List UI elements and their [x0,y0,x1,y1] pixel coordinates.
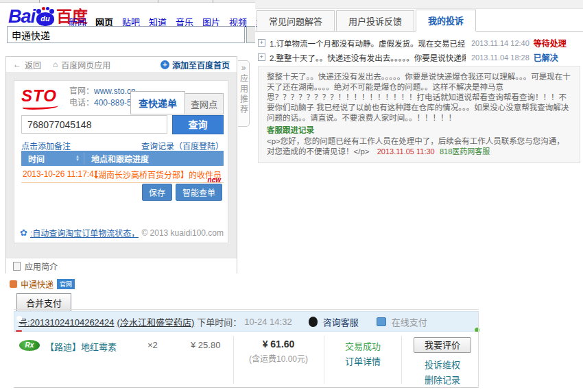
tab-my-complaints[interactable]: 我的投诉 [416,10,476,32]
search-button-fragment[interactable] [246,26,255,43]
sto-tabs: 查快递单 查网点 [130,91,224,114]
panel-top-strip [255,0,583,9]
sto-favicon [10,280,17,288]
complaint-detail-box: 整整十天了。。快递还没有发出去。。。。。你要是说快递爆仓我还可以理解。。。可是现… [258,66,580,163]
order-detail-link[interactable]: 订单详情 [324,354,401,367]
complaints-list: + 1.订单物流一个月都没有动静。虚假发货。现在交易已经自动成功。再... 20… [258,36,580,64]
order-time-label: 下单时间： [197,315,241,328]
shipping-note: (含运费10.00元) [234,352,323,364]
new-badge: new [208,176,221,184]
order-number-link[interactable]: 号:20131024104262424 [19,315,115,328]
list-item: + 2.整整十天了。。快递还没有发出去。。。。。你要是说快递爆仓我还... 20… [258,50,580,64]
col-time-label: 时间 [28,153,45,164]
complaint-date: 2013.11.14 12:40 [471,39,530,47]
tracking-number-input[interactable] [21,115,167,134]
complaint-rights-link[interactable]: 投诉维权 [414,358,471,371]
product-link[interactable]: 【路迪】地红霉素 [45,340,117,353]
row-time: 2013-10-26 11:17:41 [21,169,84,179]
status-badge: 等待处理 [534,37,567,49]
sto-card: STO 官网：www.sto.cn 电话：400-889-5543 查快递单 查… [14,80,228,243]
list-item: + 1.订单物流一个月都没有动静。虚假发货。现在交易已经自动成功。再... 20… [258,36,580,50]
online-pay-link[interactable]: 在线支付 [392,315,427,328]
promo-row: ✿ :自动查询淘宝订单物流状态，提前发现异常件，卖家必备> © 2013 kua… [20,227,224,238]
divider [478,311,479,388]
search-result-item: 申通快递 官网 [10,278,75,290]
baidu-paw-icon: du [36,12,54,26]
add-note-link[interactable]: 点击添加备注 [21,140,71,151]
save-button[interactable]: 保存 [142,184,172,201]
order-status: 交易成功 [324,339,401,352]
tracking-table: 时间 ▲▼ 地点和跟踪进度 2013-10-26 11:17:41 【湖南长沙高… [21,151,224,183]
product-quantity: ×2 [147,340,158,350]
add-icon: + [160,60,169,69]
flower-icon: ✿ [20,228,27,238]
sort-icon[interactable]: ▲▼ [75,155,80,162]
status-badge: 已解决 [534,51,558,63]
app-intro-row: 应用简介 [6,258,237,274]
home-link[interactable]: 百度网页应用 [61,59,110,71]
sto-logo: STO [21,86,57,106]
table-row: 2013-10-26 11:17:41 【湖南长沙高桥百货分部】的收件员【机动人… [21,166,224,183]
complaint-title[interactable]: 1.订单物流一个月都没有动静。虚假发货。现在交易已经自动成功。再... [270,38,466,49]
followup-reply: <p>您好，您的问题已经有工作人员在处理中了，后续会有工作人员联系您与您沟通，对… [267,136,571,157]
expand-icon[interactable]: + [258,39,265,47]
expand-icon[interactable]: + [258,53,265,61]
col-progress-label: 地点和跟踪进度 [84,153,224,164]
review-button[interactable]: 我要评价 [414,337,471,353]
baidu-logo-bai: Bai [8,6,35,27]
chevrons-icon: » [241,63,246,73]
qq-icon[interactable] [309,317,318,327]
back-link[interactable]: 返回 [25,59,41,71]
result-title-link[interactable]: 申通快递 [21,278,53,290]
official-site-badge[interactable]: 官网 [57,279,75,289]
tab-find-branch[interactable]: 查网点 [185,93,224,114]
home-icon[interactable]: ⌂ [53,60,58,69]
app-intro-label: 应用简介 [25,260,58,272]
app-recommend-label: 应用推荐 [238,74,250,115]
widget-body: STO 官网：www.sto.cn 电话：400-889-5543 查快递单 查… [6,72,237,258]
order-header-bar: 号:20131024104262424 (冷水江和盛堂药店) 下单时间： 10-… [14,311,479,332]
reply-time: 2013.11.05 11:30 [377,147,435,156]
add-to-homepage-label: 添加至百度首页 [172,59,230,71]
order-item-row: Rx 【路迪】地红霉素 ×2 ¥ 25.80 ¥ 61.60 (含运费10.00… [14,332,479,388]
sto-site-link[interactable]: www.sto.cn [94,86,136,96]
order-total: ¥ 61.60 [234,339,323,350]
order-time-value: 10-24 14:32 [244,317,292,327]
baidu-search-input[interactable] [7,26,245,43]
row-progress: 【湖南长沙高桥百货分部】的收件员【机动人员 】已收件 [84,169,224,180]
reply-author: 818医药网客服 [440,147,490,156]
tab-feedback[interactable]: 用户投诉反馈 [336,10,414,31]
widget-toolbar: ← 返回 ⌂ 百度网页应用 + 添加至百度首页 [6,57,237,72]
back-icon[interactable]: ← [13,60,21,69]
add-to-homepage-link[interactable]: + 添加至百度首页 [160,59,230,71]
sto-actions: 保存 智能查单 [142,184,222,201]
query-button[interactable]: 查询 [172,115,224,134]
complaint-title[interactable]: 2.整整十天了。。快递还没有发出去。。。。。你要是说快递爆仓我还... [270,52,466,63]
tracking-table-header: 时间 ▲▼ 地点和跟踪进度 [21,151,224,166]
document-icon [13,262,21,271]
complaint-date: 2013.11.04 18:28 [471,53,530,62]
kuaidi-widget: ← 返回 ⌂ 百度网页应用 + 添加至百度首页 STO 官网：www.sto.c… [5,56,237,273]
complaints-tabs: 常见问题解答 用户投诉反馈 我的投诉 [255,14,583,32]
tab-faq[interactable]: 常见问题解答 [257,10,335,31]
promo-link[interactable]: :自动查询淘宝订单物流状态，提前发现异常件，卖家必备> [30,227,139,238]
sto-tel-label: 电话： [69,98,94,108]
shop-link[interactable]: (冷水江和盛堂药店) [117,315,195,328]
contact-service-link[interactable]: 咨询客服 [323,315,359,328]
browser-tab-sliver [0,0,255,3]
online-pay-icon[interactable] [377,317,386,326]
smart-query-button[interactable]: 智能查单 [176,184,222,201]
sto-logo-swoosh [23,104,58,110]
sto-site-label: 官网： [69,86,94,96]
product-price: ¥ 25.80 [191,340,220,350]
query-history-link[interactable]: 查询记录（百度登陆） [141,140,224,151]
tab-track-express[interactable]: 查快递单 [130,91,185,114]
rx-badge: Rx [19,340,40,351]
app-recommend-tab[interactable]: » 应用推荐 [238,60,250,127]
complaint-body: 整整十天了。。快递还没有发出去。。。。。你要是说快递爆仓我还可以理解。。。可是现… [267,72,571,123]
screen: Bai du 百度 新闻 网页 贴吧 知道 音乐 图片 视频 地图 文库 更多»… [0,0,583,392]
delete-record-link[interactable]: 删除记录 [414,373,471,386]
divider [14,309,479,310]
copyright-label: © 2013 kuaidi100.com [141,228,224,238]
followup-title: 客服跟进记录 [267,125,571,136]
